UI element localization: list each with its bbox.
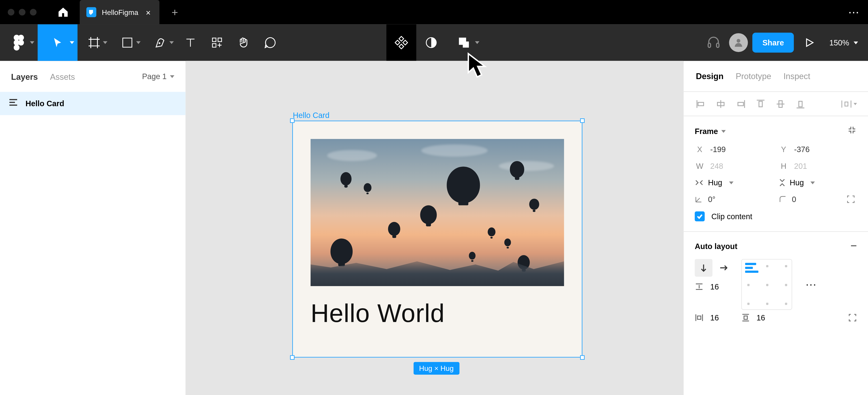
align-left-button[interactable]	[694, 98, 707, 110]
distribute-button[interactable]	[840, 98, 857, 110]
user-avatar[interactable]	[729, 33, 748, 52]
autolayout-section: Auto layout −	[684, 232, 868, 330]
resources-tool[interactable]	[204, 24, 230, 61]
resize-handle-tl[interactable]	[290, 119, 294, 123]
boolean-tool[interactable]	[446, 24, 482, 61]
frame-label[interactable]: Hello Card	[293, 111, 330, 120]
home-button[interactable]	[51, 0, 75, 24]
toolbar: Share 150%	[0, 24, 868, 61]
tab-inspect[interactable]: Inspect	[783, 71, 810, 81]
resize-handle-br[interactable]	[580, 355, 585, 360]
width-resize-mode[interactable]: Hug	[694, 178, 773, 187]
comment-icon	[264, 36, 277, 49]
independent-padding-icon	[848, 313, 857, 322]
svg-rect-9	[123, 38, 132, 47]
tab-assets[interactable]: Assets	[50, 72, 75, 81]
svg-rect-42	[799, 101, 802, 106]
text-tool[interactable]	[177, 24, 204, 61]
remove-autolayout-button[interactable]: −	[850, 239, 857, 252]
headset-icon	[707, 35, 721, 50]
resources-icon	[211, 37, 223, 49]
close-tab-button[interactable]: ×	[144, 8, 153, 17]
page-selector[interactable]: Page 1	[142, 72, 174, 81]
rotation-input[interactable]: 0°	[694, 195, 773, 204]
component-tool[interactable]	[386, 24, 416, 61]
main-area: Layers Assets Page 1 Hello Card Hello Ca…	[0, 61, 868, 395]
svg-rect-14	[218, 38, 221, 41]
independent-corners-icon	[846, 195, 855, 204]
pen-icon	[154, 36, 167, 49]
rectangle-icon	[121, 37, 133, 49]
width-input[interactable]: W248	[694, 162, 773, 170]
checkbox-checked-icon	[694, 211, 705, 222]
svg-point-10	[159, 42, 160, 44]
main-menu-button[interactable]	[0, 0, 38, 210]
align-hcenter-button[interactable]	[715, 98, 727, 110]
new-tab-button[interactable]: +	[166, 3, 184, 21]
item-spacing-input[interactable]: 16	[694, 282, 733, 291]
card-image	[311, 139, 564, 286]
pen-tool[interactable]	[144, 24, 177, 61]
present-button[interactable]	[798, 32, 820, 54]
padding-vertical-input[interactable]: 16	[741, 313, 857, 322]
spacing-icon	[694, 282, 704, 291]
comment-tool[interactable]	[257, 24, 283, 61]
padding-v-icon	[741, 313, 750, 322]
angle-icon	[694, 195, 702, 203]
frame-section-title[interactable]: Frame	[694, 127, 725, 136]
x-input[interactable]: X-199	[694, 145, 773, 154]
align-vcenter-button[interactable]	[774, 98, 786, 110]
audio-button[interactable]	[703, 32, 725, 54]
resize-handle-bl[interactable]	[290, 355, 294, 360]
svg-rect-15	[213, 44, 216, 47]
clip-content-toggle[interactable]: Clip content	[694, 211, 857, 222]
height-resize-mode[interactable]: Hug	[779, 178, 857, 187]
file-tab[interactable]: HelloFigma ×	[80, 0, 159, 24]
align-bottom-button[interactable]	[794, 98, 807, 110]
card-title-text: Hello World	[311, 298, 445, 328]
mask-tool[interactable]	[416, 24, 446, 61]
resize-to-fit-icon	[847, 125, 857, 135]
tab-design[interactable]: Design	[696, 71, 723, 81]
alignment-controls	[684, 92, 868, 117]
alignment-grid[interactable]	[741, 259, 792, 310]
padding-horizontal-input[interactable]: 16	[694, 313, 719, 322]
resize-handle-tr[interactable]	[580, 119, 585, 123]
move-tool[interactable]	[38, 24, 78, 61]
tab-prototype[interactable]: Prototype	[736, 71, 771, 81]
hand-tool[interactable]	[230, 24, 257, 61]
svg-rect-56	[744, 316, 747, 319]
frame-tool[interactable]	[78, 24, 111, 61]
frame-section: Frame X-199 Y-376 W248 H201 Hug	[684, 116, 868, 232]
align-right-button[interactable]	[735, 98, 747, 110]
resize-to-fit-button[interactable]	[847, 125, 857, 137]
svg-rect-32	[698, 102, 704, 105]
y-input[interactable]: Y-376	[779, 145, 857, 154]
shape-tool[interactable]	[111, 24, 144, 61]
component-icon	[395, 36, 408, 49]
direction-vertical-button[interactable]	[694, 259, 712, 276]
corner-radius-input[interactable]: 0	[779, 195, 857, 204]
align-top-button[interactable]	[754, 98, 767, 110]
height-input[interactable]: H201	[779, 162, 857, 170]
hand-icon	[237, 36, 250, 49]
svg-point-27	[737, 39, 740, 42]
zoom-selector[interactable]: 150%	[829, 38, 858, 47]
boolean-union-icon	[457, 36, 471, 49]
share-button[interactable]: Share	[752, 33, 794, 53]
titlebar-more-button[interactable]: ⋯	[848, 5, 860, 19]
balloon-icon	[447, 167, 480, 203]
independent-corners-button[interactable]	[845, 195, 857, 204]
frame-icon	[88, 36, 101, 49]
direction-horizontal-button[interactable]	[715, 259, 733, 276]
autolayout-more-button[interactable]: ⋯	[805, 278, 817, 291]
play-icon	[804, 37, 815, 48]
hug-horizontal-icon	[694, 179, 704, 186]
selected-frame[interactable]: Hello World	[292, 121, 582, 358]
hug-vertical-icon	[779, 178, 785, 187]
svg-rect-38	[759, 101, 763, 106]
person-icon	[733, 37, 744, 48]
tab-layers[interactable]: Layers	[11, 72, 38, 81]
corner-radius-icon	[779, 195, 786, 203]
canvas[interactable]: Hello Card	[186, 61, 683, 395]
